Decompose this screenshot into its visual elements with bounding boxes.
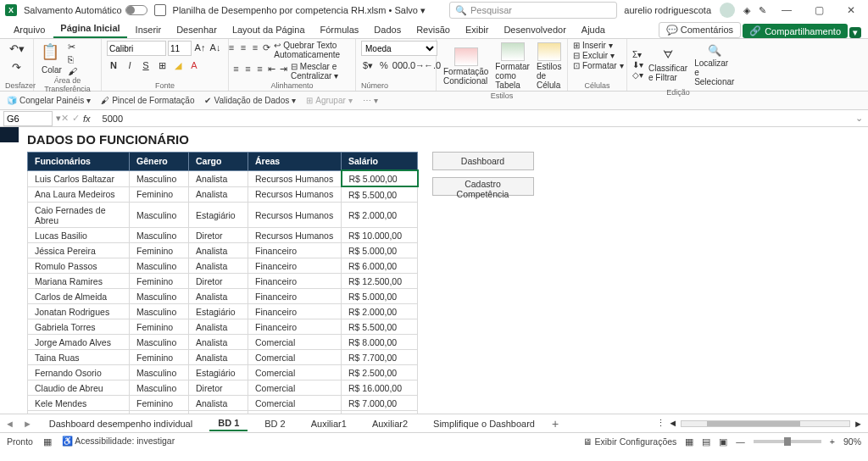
table-cell[interactable]: Ana Laura Medeiros: [28, 186, 130, 203]
menu-arquivo[interactable]: Arquivo: [7, 22, 52, 38]
table-cell[interactable]: Romulo Passos: [28, 258, 130, 274]
table-cell[interactable]: Fernando Osorio: [28, 365, 130, 380]
enter-formula-icon[interactable]: ✓: [72, 113, 80, 124]
percent-icon[interactable]: %: [377, 58, 391, 72]
formula-input[interactable]: 5000: [94, 114, 123, 124]
table-cell[interactable]: Masculino: [130, 289, 189, 304]
maximize-button[interactable]: ▢: [807, 4, 831, 16]
table-row[interactable]: Alisson BarrosoMasculinoAnalistaComercia…: [28, 411, 418, 414]
table-cell[interactable]: Analista: [189, 396, 248, 411]
fill-button[interactable]: ⬇▾: [632, 60, 643, 69]
table-cell[interactable]: Lucas Basilio: [28, 228, 130, 243]
table-cell[interactable]: Masculino: [130, 170, 189, 186]
indent-inc-icon[interactable]: ⇥: [279, 62, 288, 75]
paste-button[interactable]: 📋 Colar: [39, 41, 64, 76]
conditional-formatting-button[interactable]: Formatação Condicional: [442, 46, 490, 87]
table-cell[interactable]: Recursos Humanos: [248, 203, 342, 228]
view-pagebreak-icon[interactable]: ▣: [719, 436, 727, 447]
avatar[interactable]: [720, 3, 735, 18]
table-cell[interactable]: Caio Fernades de Abreu: [28, 203, 130, 228]
table-cell[interactable]: Luis Carlos Baltazar: [28, 170, 130, 186]
view-normal-icon[interactable]: ▦: [685, 436, 693, 447]
data-validation-button[interactable]: ✔ Validação de Dados ▾: [204, 96, 296, 105]
freeze-panes-button[interactable]: 🧊 Congelar Painéis ▾: [7, 96, 91, 105]
sort-filter-button[interactable]: ᗊClassificar e Filtrar: [647, 46, 689, 84]
table-row[interactable]: Romulo PassosMasculinoAnalistaFinanceiro…: [28, 258, 418, 274]
search-input[interactable]: 🔍 Pesquisar: [449, 2, 617, 19]
sheet-tab[interactable]: Simplifique o Dashboard: [425, 417, 543, 430]
sheet-nav-next[interactable]: ►: [23, 419, 32, 429]
table-cell[interactable]: Estagiário: [189, 304, 248, 319]
file-name[interactable]: Planilha de Desempenho por competencia R…: [173, 5, 426, 16]
sheet-nav-prev[interactable]: ◄: [5, 419, 14, 429]
table-cell[interactable]: Mariana Ramires: [28, 274, 130, 289]
table-cell[interactable]: Diretor: [189, 380, 248, 396]
table-cell[interactable]: Estagiário: [189, 365, 248, 380]
table-cell[interactable]: Masculino: [130, 380, 189, 396]
align-bottom-icon[interactable]: ≡: [250, 41, 259, 54]
table-cell[interactable]: R$ 7.700,00: [342, 350, 418, 365]
table-cell[interactable]: Diretor: [189, 274, 248, 289]
table-cell[interactable]: R$ 6.000,00: [342, 258, 418, 274]
undo-icon[interactable]: ↶▾: [9, 41, 25, 56]
format-as-table-button[interactable]: Formatar como Tabela: [493, 41, 531, 92]
clear-button[interactable]: ◇▾: [632, 70, 643, 80]
table-cell[interactable]: Comercial: [248, 335, 342, 350]
minimize-button[interactable]: —: [775, 4, 798, 16]
table-cell[interactable]: Feminino: [130, 243, 189, 258]
table-row[interactable]: Jonatan RodriguesMasculinoEstagiárioFina…: [28, 304, 418, 319]
copy-icon[interactable]: ⎘: [68, 54, 77, 64]
table-cell[interactable]: R$ 7.500,00: [342, 411, 418, 414]
autosum-button[interactable]: Σ▾: [632, 50, 643, 59]
table-cell[interactable]: R$ 7.000,00: [342, 396, 418, 411]
fill-color-button[interactable]: ◢: [171, 58, 185, 72]
zoom-slider[interactable]: [754, 440, 821, 443]
save-icon[interactable]: [154, 4, 166, 16]
table-cell[interactable]: R$ 2.000,00: [342, 304, 418, 319]
table-cell[interactable]: Comercial: [248, 411, 342, 414]
nav-button-dashboard[interactable]: Dashboard: [432, 152, 534, 170]
wrap-text-button[interactable]: ↩ Quebrar Texto Automaticamente: [274, 41, 357, 59]
currency-icon[interactable]: $▾: [361, 58, 375, 72]
orientation-icon[interactable]: ⟳: [262, 41, 271, 54]
autosave-toggle[interactable]: [125, 5, 147, 15]
table-cell[interactable]: Taina Ruas: [28, 350, 130, 365]
toolbar-overflow[interactable]: ⋯ ▾: [363, 96, 378, 105]
italic-button[interactable]: I: [123, 58, 136, 72]
horizontal-scrollbar[interactable]: [681, 420, 850, 427]
decrease-font-icon[interactable]: A↓: [209, 41, 222, 54]
zoom-in-button[interactable]: +: [830, 436, 835, 447]
table-cell[interactable]: R$ 5.000,00: [342, 243, 418, 258]
align-center-icon[interactable]: ≡: [243, 62, 253, 75]
table-cell[interactable]: Comercial: [248, 380, 342, 396]
menu-desenvolvedor[interactable]: Desenvolvedor: [497, 22, 572, 38]
table-cell[interactable]: Jonatan Rodrigues: [28, 304, 130, 319]
table-row[interactable]: Jéssica PereiraFemininoAnalistaFinanceir…: [28, 243, 418, 258]
table-cell[interactable]: Comercial: [248, 396, 342, 411]
table-cell[interactable]: Masculino: [130, 365, 189, 380]
menu-página-inicial[interactable]: Página Inicial: [53, 20, 126, 38]
table-row[interactable]: Caio Fernades de AbreuMasculinoEstagiári…: [28, 203, 418, 228]
table-cell[interactable]: Masculino: [130, 203, 189, 228]
table-cell[interactable]: Masculino: [130, 258, 189, 274]
table-cell[interactable]: Comercial: [248, 350, 342, 365]
table-cell[interactable]: Analista: [189, 170, 248, 186]
table-cell[interactable]: Financeiro: [248, 258, 342, 274]
table-cell[interactable]: Recursos Humanos: [248, 228, 342, 243]
table-cell[interactable]: Feminino: [130, 274, 189, 289]
sheet-tab[interactable]: BD 1: [209, 416, 248, 431]
tab-scroll-right[interactable]: ►: [854, 419, 863, 429]
share-button[interactable]: 🔗 Compartilhamento: [743, 24, 848, 38]
table-cell[interactable]: Claudio de Abreu: [28, 380, 130, 396]
indent-dec-icon[interactable]: ⇤: [267, 62, 276, 75]
merge-button[interactable]: ⊟ Mesclar e Centralizar ▾: [291, 62, 353, 81]
table-cell[interactable]: Recursos Humanos: [248, 186, 342, 203]
zoom-out-button[interactable]: —: [736, 436, 745, 447]
redo-icon[interactable]: ↷: [9, 59, 25, 75]
table-cell[interactable]: Financeiro: [248, 304, 342, 319]
diamond-icon[interactable]: ◈: [743, 5, 750, 16]
inc-decimal-icon[interactable]: .0→: [409, 58, 423, 72]
table-cell[interactable]: R$ 12.500,00: [342, 274, 418, 289]
nav-button-cadastro-competência[interactable]: Cadastro Competência: [432, 177, 534, 196]
table-row[interactable]: Carlos de AlmeidaMasculinoAnalistaFinanc…: [28, 289, 418, 304]
